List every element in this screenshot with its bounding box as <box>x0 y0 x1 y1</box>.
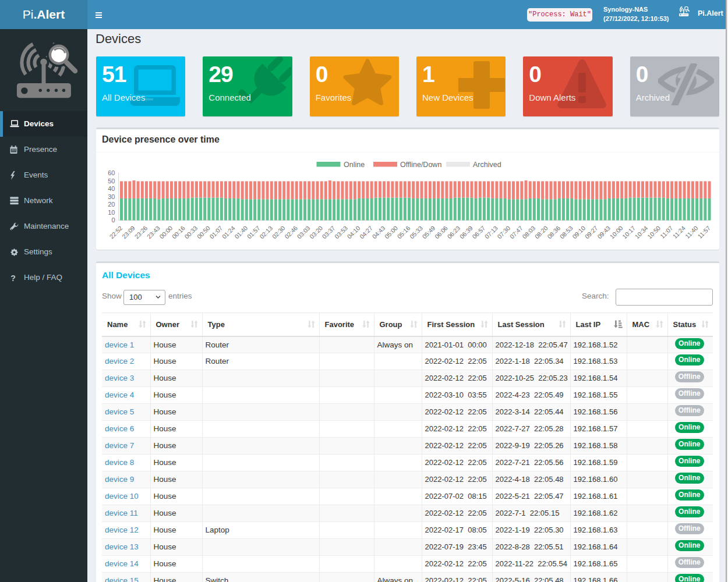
svg-text:11:24: 11:24 <box>671 224 687 240</box>
svg-text:11:07: 11:07 <box>659 224 674 240</box>
svg-text:20: 20 <box>108 201 115 208</box>
svg-text:03:03: 03:03 <box>296 224 312 240</box>
svg-text:03:37: 03:37 <box>321 224 337 240</box>
svg-text:10:00: 10:00 <box>609 224 624 240</box>
svg-text:00:16: 00:16 <box>171 224 186 240</box>
svg-text:22:52: 22:52 <box>108 224 123 240</box>
svg-text:00:00: 00:00 <box>158 224 174 240</box>
svg-text:Offline/Down: Offline/Down <box>400 160 441 168</box>
svg-text:01:24: 01:24 <box>221 224 236 240</box>
svg-text:10:50: 10:50 <box>646 224 662 240</box>
svg-text:04:10: 04:10 <box>345 224 361 240</box>
svg-text:09:43: 09:43 <box>596 224 612 240</box>
svg-text:07:30: 07:30 <box>496 224 511 240</box>
svg-text:02:13: 02:13 <box>258 224 274 240</box>
svg-text:50: 50 <box>108 177 115 184</box>
svg-text:03:53: 03:53 <box>333 224 349 240</box>
svg-text:02:46: 02:46 <box>283 224 299 240</box>
svg-text:09:27: 09:27 <box>584 224 599 240</box>
svg-text:40: 40 <box>108 185 115 192</box>
svg-text:07:47: 07:47 <box>508 224 524 240</box>
svg-text:06:39: 06:39 <box>458 224 474 240</box>
svg-text:23:26: 23:26 <box>133 224 149 240</box>
svg-text:09:10: 09:10 <box>571 224 586 240</box>
svg-text:08:20: 08:20 <box>533 224 549 240</box>
svg-text:60: 60 <box>108 169 115 176</box>
svg-text:0: 0 <box>111 217 115 223</box>
svg-text:03:20: 03:20 <box>308 224 324 240</box>
svg-text:07:13: 07:13 <box>483 224 499 240</box>
svg-text:Archived: Archived <box>473 160 501 168</box>
svg-text:05:49: 05:49 <box>420 224 436 240</box>
svg-text:Online: Online <box>344 160 365 168</box>
svg-text:23:09: 23:09 <box>121 224 136 240</box>
svg-text:30: 30 <box>108 193 115 200</box>
svg-text:23:43: 23:43 <box>146 224 161 240</box>
svg-text:05:00: 05:00 <box>383 224 399 240</box>
svg-text:01:40: 01:40 <box>233 224 249 240</box>
svg-text:06:23: 06:23 <box>446 224 461 240</box>
svg-text:10:34: 10:34 <box>634 224 649 240</box>
svg-text:?: ? <box>10 274 16 282</box>
svg-text:02:30: 02:30 <box>271 224 287 240</box>
svg-text:04:43: 04:43 <box>370 224 386 240</box>
svg-text:06:06: 06:06 <box>433 224 449 240</box>
svg-text:08:36: 08:36 <box>546 224 561 240</box>
svg-text:11:40: 11:40 <box>684 224 699 240</box>
svg-text:00:33: 00:33 <box>183 224 199 240</box>
svg-text:08:03: 08:03 <box>521 224 536 240</box>
svg-text:08:53: 08:53 <box>559 224 574 240</box>
svg-text:05:33: 05:33 <box>408 224 424 240</box>
svg-text:06:57: 06:57 <box>471 224 486 240</box>
svg-text:04:27: 04:27 <box>358 224 374 240</box>
svg-text:10:17: 10:17 <box>621 224 637 240</box>
svg-text:10: 10 <box>108 208 115 215</box>
svg-text:01:57: 01:57 <box>246 224 261 240</box>
svg-text:05:16: 05:16 <box>395 224 411 240</box>
svg-text:01:07: 01:07 <box>208 224 224 240</box>
svg-text:00:50: 00:50 <box>196 224 211 240</box>
svg-text:11:57: 11:57 <box>696 224 712 240</box>
